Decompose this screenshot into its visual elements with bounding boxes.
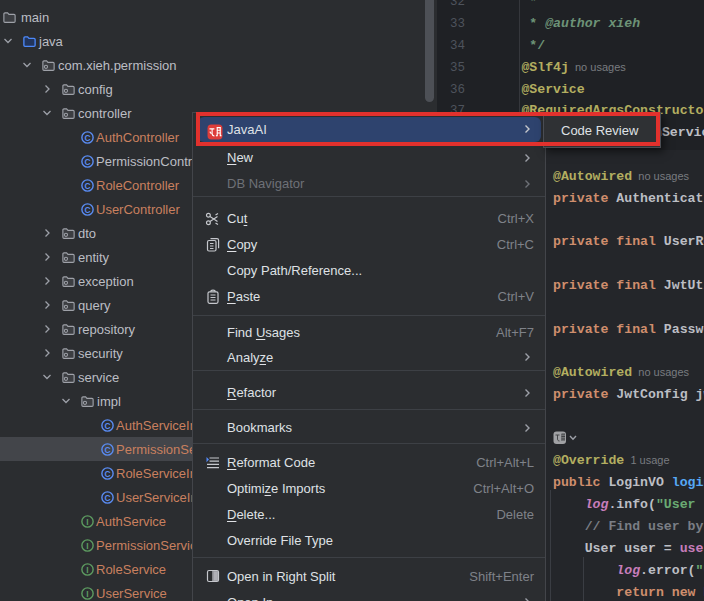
svg-text:I: I (86, 588, 88, 598)
svg-text:C: C (84, 180, 90, 190)
svg-text:I: I (86, 516, 88, 526)
svg-text:C: C (104, 444, 110, 454)
svg-text:C: C (84, 156, 90, 166)
svg-text:C: C (104, 492, 110, 502)
svg-text:C: C (84, 204, 90, 214)
svg-text:C: C (104, 468, 110, 478)
svg-text:I: I (86, 564, 88, 574)
svg-text:C: C (104, 420, 110, 430)
svg-text:C: C (84, 132, 90, 142)
svg-text:I: I (86, 540, 88, 550)
